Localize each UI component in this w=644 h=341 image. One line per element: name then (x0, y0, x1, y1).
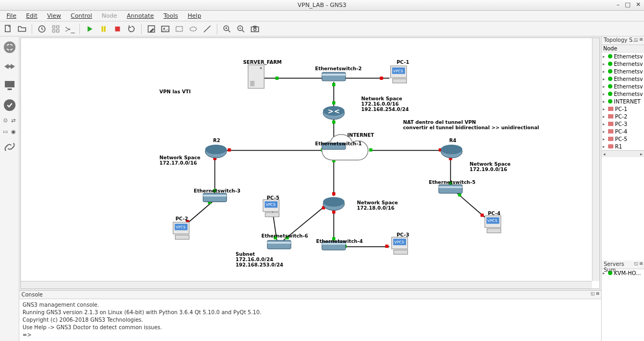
label-netspace2: Network Space 172.17.0.0/16 (159, 155, 200, 166)
menu-control[interactable]: Control (67, 11, 97, 20)
node-row[interactable]: ▸Ethernetsv (602, 75, 644, 83)
annotate-rect-button[interactable] (173, 23, 185, 35)
node-row[interactable]: ▸PC-2 (602, 113, 644, 120)
node-row[interactable]: ▸PC-3 (602, 120, 644, 128)
panel-float-icon[interactable]: ◱ (634, 261, 639, 266)
ethernetswitch-3[interactable] (203, 193, 226, 202)
annotate-ellipse-button[interactable] (187, 23, 199, 35)
window-controls: – □ ✕ (617, 1, 641, 8)
servers-summary-header: Servers Sum... ◱⊠ (602, 261, 644, 269)
label-esw3: Ethernetswitch-3 (194, 188, 240, 194)
menu-file[interactable]: File (2, 11, 20, 20)
svg-rect-79 (439, 184, 463, 193)
pc-2[interactable]: VPCS (173, 222, 189, 239)
status-dot-icon (608, 77, 612, 81)
console-prompt: => (23, 331, 598, 339)
screenshot-button[interactable] (249, 23, 261, 35)
node-column-header: Node (602, 45, 644, 53)
menu-tools[interactable]: Tools (159, 11, 182, 20)
panel-close-icon[interactable]: ⊠ (639, 261, 643, 266)
svg-rect-80 (439, 186, 463, 188)
svg-rect-65 (480, 213, 484, 217)
node-row[interactable]: ▸PC-5 (602, 135, 644, 143)
mini-fw-icon: ◉ (10, 128, 17, 135)
ethernetswitch-5[interactable] (439, 184, 463, 193)
open-project-button[interactable] (16, 23, 28, 35)
security-devices-button[interactable] (2, 98, 17, 113)
pc-1[interactable]: VPCS (391, 66, 407, 83)
node-row[interactable]: ▸PC-4 (602, 128, 644, 135)
svg-rect-78 (203, 195, 226, 196)
node-label: Ethernetsv (614, 69, 643, 75)
console-float-icon[interactable]: ◱ (591, 291, 595, 296)
snapshot-button[interactable] (36, 23, 48, 35)
node-row[interactable]: ▸Ethernetsv (602, 53, 644, 60)
ethernetswitch-6[interactable] (267, 240, 291, 249)
switches-button[interactable] (2, 59, 17, 74)
routers-button[interactable] (2, 40, 17, 55)
panel-float-icon[interactable]: ◱ (634, 37, 639, 42)
end-devices-button[interactable] (2, 78, 17, 93)
console-line: Running GNS3 version 2.1.3 on Linux (64-… (23, 309, 598, 316)
menu-view[interactable]: View (43, 11, 65, 20)
node-row[interactable]: ▸R1 (602, 143, 644, 150)
pc-icon (608, 114, 613, 118)
minimize-button[interactable]: – (617, 1, 620, 8)
menu-edit[interactable]: Edit (21, 11, 41, 20)
node-row[interactable]: ▸Ethernetsv (602, 68, 644, 75)
pc-3[interactable]: VPCS (392, 237, 408, 254)
svg-rect-12 (176, 26, 182, 31)
svg-rect-77 (203, 193, 226, 202)
reload-all-button[interactable] (126, 23, 137, 35)
pc-4[interactable]: VPCS (485, 216, 501, 233)
annotate-note-button[interactable] (145, 23, 157, 35)
zoom-in-button[interactable] (221, 23, 233, 35)
start-all-button[interactable] (84, 23, 96, 35)
topology-canvas[interactable]: VPCS VPCS VPCS VPCS VPCS VPN las VTI SER… (20, 38, 600, 289)
add-link-button[interactable] (2, 139, 17, 154)
canvas-scroll-vertical[interactable] (592, 38, 599, 281)
node-label: Ethernetsv (614, 76, 643, 82)
router-r4[interactable] (441, 145, 463, 158)
node-row[interactable]: ▸INTERNET (602, 98, 644, 105)
stop-all-button[interactable] (112, 23, 123, 35)
close-button[interactable]: ✕ (636, 1, 641, 8)
svg-rect-64 (458, 193, 461, 196)
tree-scroll[interactable]: ◂▸ (602, 150, 644, 157)
console-close-icon[interactable]: ⊠ (596, 291, 599, 296)
router-r1[interactable] (323, 106, 345, 120)
menu-annotate[interactable]: Annotate (122, 11, 158, 20)
label-esw5: Ethernetswitch-5 (429, 180, 475, 185)
ethernetswitch-2[interactable] (322, 72, 346, 81)
center-area: VPCS VPCS VPCS VPCS VPCS VPN las VTI SER… (19, 36, 601, 341)
svg-rect-4 (53, 29, 55, 32)
new-project-button[interactable] (2, 23, 14, 35)
svg-text:VPCS: VPCS (266, 203, 276, 207)
annotate-image-button[interactable] (159, 23, 171, 35)
pause-all-button[interactable] (98, 23, 109, 35)
console-all-button[interactable]: ≻_ (64, 23, 76, 35)
show-grid-button[interactable] (50, 23, 62, 35)
svg-rect-2 (53, 26, 55, 28)
node-row[interactable]: ▸Ethernetsv (602, 83, 644, 90)
console-body[interactable]: GNS3 management console. Running GNS3 ve… (19, 299, 601, 341)
topology-tree[interactable]: Node ▸Ethernetsv▸Ethernetsv▸Ethernetsv▸E… (602, 45, 644, 261)
node-row[interactable]: ▸PC-1 (602, 105, 644, 113)
annotate-line-button[interactable] (201, 23, 213, 35)
zoom-out-button[interactable] (235, 23, 247, 35)
router-r3[interactable] (323, 197, 345, 210)
label-netspace1: Network Space 172.16.0.0/16 192.168.254.… (361, 96, 409, 112)
svg-point-92 (205, 145, 226, 154)
server-farm[interactable] (248, 65, 264, 88)
servers-tree[interactable]: ▸KVM-HO... (602, 269, 644, 341)
pc-5[interactable]: VPCS (263, 199, 279, 217)
node-row[interactable]: ▸Ethernetsv (602, 60, 644, 68)
label-internet: INTERNET (347, 132, 374, 138)
maximize-button[interactable]: □ (625, 1, 630, 8)
all-devices-button[interactable]: ⊙⇄ (2, 117, 17, 124)
node-row[interactable]: ▸Ethernetsv (602, 90, 644, 98)
canvas-scroll-horizontal[interactable] (21, 281, 592, 288)
menu-help[interactable]: Help (184, 11, 206, 20)
router-r2[interactable] (205, 145, 226, 158)
panel-close-icon[interactable]: ⊠ (639, 37, 643, 42)
